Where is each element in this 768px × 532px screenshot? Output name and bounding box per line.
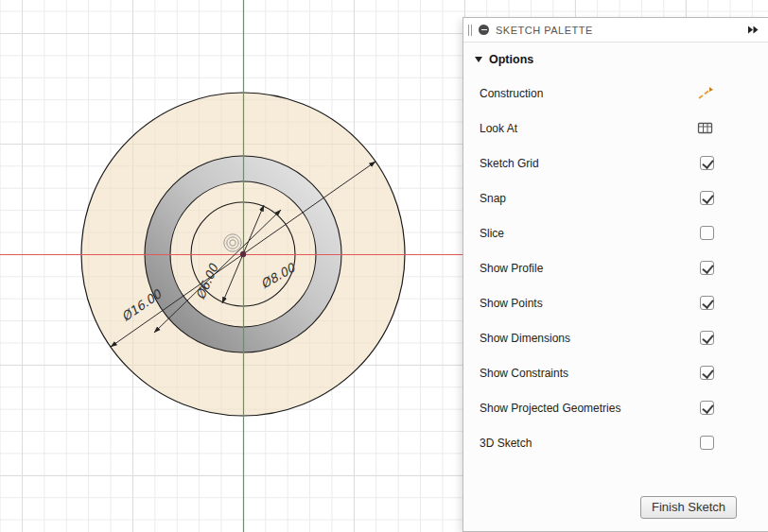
slice-checkbox[interactable]: [700, 226, 714, 240]
3d-sketch-label: 3D Sketch: [480, 437, 532, 450]
snap-label: Snap: [480, 192, 506, 205]
palette-row-construction: Construction: [463, 76, 768, 111]
center-point[interactable]: [240, 251, 246, 257]
palette-row-slice: Slice: [463, 215, 768, 250]
app-stage: Ø16.00 Ø8.00 Ø6.00 SKETCH PALETTE Op: [0, 0, 768, 532]
palette-title: SKETCH PALETTE: [496, 25, 742, 36]
palette-row-snap: Snap: [463, 180, 768, 215]
palette-row-3d-sketch: 3D Sketch: [463, 425, 768, 460]
palette-row-show-dimensions: Show Dimensions: [463, 320, 768, 355]
palette-header: SKETCH PALETTE: [463, 18, 768, 43]
palette-footer: Finish Sketch: [463, 496, 768, 531]
options-section-header[interactable]: Options: [463, 43, 768, 72]
palette-row-show-projected-geometries: Show Projected Geometries: [463, 390, 768, 425]
palette-row-sketch-grid: Sketch Grid: [463, 146, 768, 180]
construction-line-icon[interactable]: [696, 84, 714, 102]
sketch-grid-label: Sketch Grid: [480, 157, 539, 170]
sketch-grid-checkbox[interactable]: [700, 156, 714, 170]
show-constraints-label: Show Constraints: [480, 367, 568, 380]
show-profile-checkbox[interactable]: [700, 261, 714, 275]
show-constraints-checkbox[interactable]: [700, 366, 714, 380]
slice-label: Slice: [480, 227, 504, 240]
palette-row-show-constraints: Show Constraints: [463, 355, 768, 390]
palette-row-show-profile: Show Profile: [463, 250, 768, 285]
finish-sketch-button[interactable]: Finish Sketch: [640, 496, 737, 519]
snap-checkbox[interactable]: [700, 191, 714, 205]
construction-label: Construction: [480, 87, 543, 100]
show-projected-geometries-label: Show Projected Geometries: [480, 402, 620, 415]
options-section-label: Options: [489, 53, 533, 66]
show-points-label: Show Points: [480, 297, 543, 310]
show-dimensions-checkbox[interactable]: [700, 331, 714, 345]
show-profile-label: Show Profile: [480, 262, 543, 275]
3d-sketch-checkbox[interactable]: [700, 436, 714, 450]
chevron-down-icon: [475, 57, 482, 62]
palette-rows: Construction Look At: [463, 72, 768, 460]
palette-row-show-points: Show Points: [463, 285, 768, 320]
look-at-label: Look At: [480, 122, 517, 135]
collapse-double-arrow-icon[interactable]: [748, 26, 759, 34]
panel-grip-icon[interactable]: [468, 25, 472, 36]
palette-circle-icon: [479, 25, 489, 35]
palette-row-look-at: Look At: [463, 111, 768, 146]
sketch-palette-panel: SKETCH PALETTE Options Construction L: [463, 17, 768, 532]
show-dimensions-label: Show Dimensions: [480, 332, 570, 345]
show-projected-geometries-checkbox[interactable]: [700, 401, 714, 415]
show-points-checkbox[interactable]: [700, 296, 714, 310]
look-at-icon[interactable]: [696, 119, 714, 137]
